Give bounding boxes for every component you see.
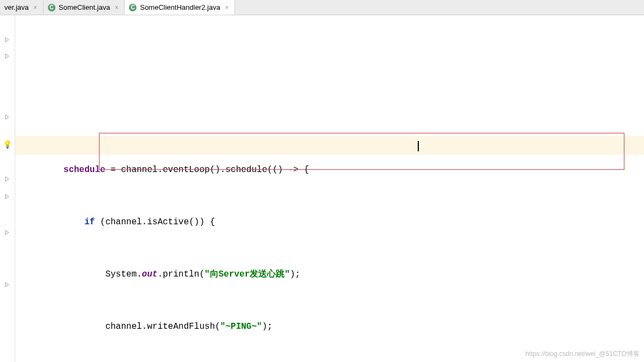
code-line: schedule = channel.eventLoop().schedule(… <box>22 161 644 179</box>
fold-icon[interactable] <box>2 192 12 201</box>
tab-ver[interactable]: ver.java × <box>0 0 44 15</box>
code-area[interactable]: schedule = channel.eventLoop().schedule(… <box>15 15 644 362</box>
fold-icon[interactable] <box>2 280 12 290</box>
editor-tabs: ver.java × C SomeClient.java × C SomeCli… <box>0 0 644 15</box>
tab-someclienthandler2[interactable]: C SomeClientHandler2.java × <box>125 0 234 15</box>
tab-someclient[interactable]: C SomeClient.java × <box>44 0 125 15</box>
lightbulb-icon[interactable]: 💡 <box>2 139 12 149</box>
editor-gutter: 💡 <box>0 15 15 362</box>
close-icon[interactable]: × <box>113 4 120 11</box>
class-icon: C <box>48 4 55 11</box>
code-editor[interactable]: 💡 schedule = channel.eventLoop().schedul… <box>0 15 644 362</box>
fold-icon[interactable] <box>2 51 12 61</box>
class-icon: C <box>129 4 137 11</box>
fold-icon[interactable] <box>2 174 12 184</box>
fold-icon[interactable] <box>2 35 12 45</box>
code-line: System.out.println("向Server发送心跳"); <box>22 266 644 283</box>
highlighted-line <box>15 136 644 155</box>
code-line: if (channel.isActive()) { <box>22 213 644 231</box>
tab-label: SomeClient.java <box>59 3 110 11</box>
fold-icon[interactable] <box>2 112 12 122</box>
text-cursor <box>418 141 419 151</box>
close-icon[interactable]: × <box>224 4 230 11</box>
fold-icon[interactable] <box>2 228 12 237</box>
code-line: channel.writeAndFlush("~PING~"); <box>22 318 644 335</box>
watermark: https://blog.csdn.net/wei_@51CTO博客 <box>525 349 640 359</box>
code-line <box>22 109 644 126</box>
tab-label: SomeClientHandler2.java <box>140 3 220 11</box>
tab-label: ver.java <box>4 3 29 11</box>
close-icon[interactable]: × <box>32 4 39 11</box>
